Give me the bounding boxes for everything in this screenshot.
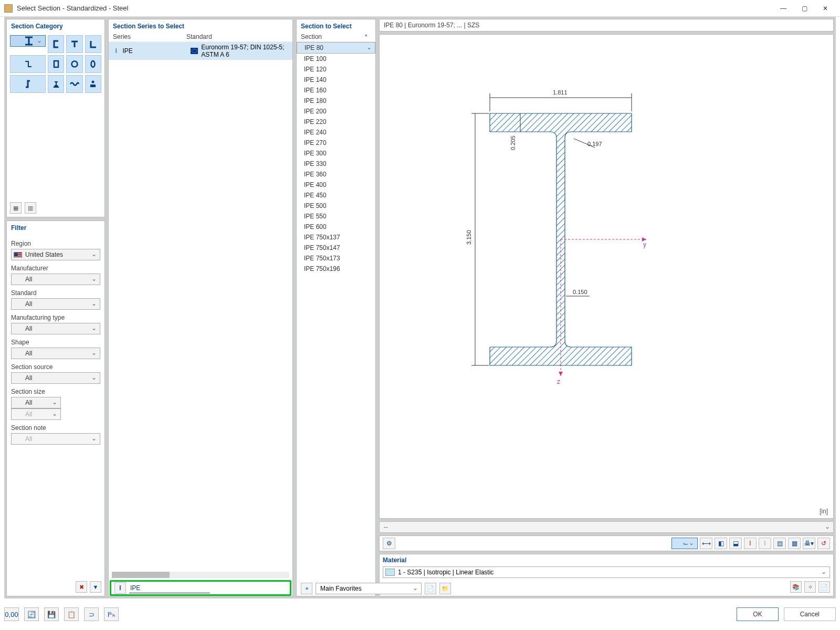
view-large-icons-button[interactable]: ▦: [10, 202, 22, 214]
section-item[interactable]: IPE 500: [297, 201, 375, 211]
settings-icon[interactable]: ⚙: [383, 538, 395, 549]
undo-button[interactable]: ⊃: [84, 607, 99, 621]
dim-tf: 0.205: [510, 135, 516, 150]
source-select[interactable]: All: [11, 372, 100, 384]
section-col[interactable]: Section: [297, 32, 375, 42]
print-button[interactable]: 🖶▾: [803, 538, 815, 549]
view-small-icons-button[interactable]: ▥: [25, 202, 36, 214]
material-select[interactable]: 1 - S235 | Isotropic | Linear Elastic: [383, 566, 830, 578]
section-item[interactable]: IPE 450: [297, 190, 375, 201]
eu-flag-icon: [191, 48, 198, 54]
series-search-bar: I: [110, 580, 291, 596]
series-scrollbar[interactable]: [112, 572, 289, 578]
material-edit-button[interactable]: 📄: [818, 581, 830, 593]
cat-i-section[interactable]: [10, 35, 46, 47]
section-item[interactable]: IPE 180: [297, 96, 375, 106]
cancel-button[interactable]: Cancel: [784, 607, 836, 621]
section-item[interactable]: IPE 120: [297, 64, 375, 75]
maximize-button[interactable]: ▢: [794, 1, 815, 16]
section-item[interactable]: IPE 140: [297, 75, 375, 85]
view-dims-button[interactable]: ⟷: [700, 538, 712, 549]
view-stress-button[interactable]: ◧: [715, 538, 727, 549]
standard-select[interactable]: All: [11, 298, 100, 310]
cat-corrugated[interactable]: [66, 75, 82, 93]
window-title: Select Section - Standardized - Steel: [17, 4, 773, 12]
cat-rail[interactable]: [48, 75, 64, 93]
mtype-select[interactable]: All: [11, 323, 100, 334]
view-principal-button[interactable]: ⬓: [729, 538, 742, 549]
category-panel: Section Category ▦ ▥: [6, 19, 105, 217]
material-library-button[interactable]: 📚: [790, 581, 802, 593]
series-row-ipe[interactable]: I IPE Euronorm 19-57; DIN 1025-5; ASTM A…: [109, 42, 292, 60]
us-flag-icon: [14, 252, 22, 258]
region-select[interactable]: United States: [11, 249, 100, 260]
reset-view-button[interactable]: ↺: [817, 538, 830, 549]
section-item[interactable]: IPE 300: [297, 148, 375, 159]
section-item[interactable]: IPE 160: [297, 85, 375, 96]
cat-z-section[interactable]: [10, 75, 46, 93]
cat-z-thin[interactable]: [10, 55, 46, 73]
search-type-icon[interactable]: I: [114, 582, 126, 594]
cat-composite[interactable]: [85, 75, 101, 93]
fav-add-button[interactable]: 📄: [425, 583, 436, 594]
section-item[interactable]: IPE 200: [297, 106, 375, 117]
units-button[interactable]: 0,00: [4, 607, 19, 621]
shape-label: Shape: [11, 339, 100, 346]
note-select[interactable]: All: [11, 433, 100, 445]
section-item[interactable]: IPE 400: [297, 180, 375, 190]
section-item[interactable]: IPE 220: [297, 117, 375, 127]
clear-filter-button[interactable]: ✖: [76, 581, 87, 593]
section-item[interactable]: IPE 750x196: [297, 264, 375, 274]
section-item[interactable]: IPE 600: [297, 222, 375, 232]
section-item[interactable]: IPE 750x173: [297, 253, 375, 264]
section-item[interactable]: IPE 750x147: [297, 243, 375, 253]
section-item[interactable]: IPE 240: [297, 127, 375, 138]
preview-info-select[interactable]: --: [379, 521, 834, 533]
view-section-gray[interactable]: I: [759, 538, 771, 549]
section-item[interactable]: IPE 80: [297, 42, 375, 54]
series-col2[interactable]: Standard: [186, 33, 288, 40]
region-label: Region: [11, 240, 100, 247]
svg-rect-0: [54, 61, 58, 67]
ok-button[interactable]: OK: [737, 607, 778, 621]
section-item[interactable]: IPE 330: [297, 159, 375, 169]
close-button[interactable]: ✕: [815, 1, 836, 16]
view-section-red[interactable]: I: [744, 538, 757, 549]
size-select-1[interactable]: All: [11, 397, 61, 408]
axis-y: y: [643, 241, 646, 248]
favorite-star-button[interactable]: ✦: [301, 583, 312, 594]
series-col1[interactable]: Series: [113, 33, 186, 40]
cat-tee[interactable]: [66, 35, 82, 53]
section-props-button[interactable]: Iᵇₕ: [104, 607, 119, 621]
section-item[interactable]: IPE 550: [297, 211, 375, 222]
section-item[interactable]: IPE 100: [297, 54, 375, 64]
view-values-button[interactable]: ▤: [773, 538, 786, 549]
svg-point-2: [91, 61, 95, 67]
save-button[interactable]: 💾: [44, 607, 59, 621]
view-axes-button[interactable]: ⌙: [671, 538, 698, 549]
cat-oval[interactable]: [85, 55, 101, 73]
size-select-2[interactable]: All: [11, 408, 61, 420]
material-new-button[interactable]: ✧: [804, 581, 816, 593]
manufacturer-select[interactable]: All: [11, 274, 100, 285]
refresh-button[interactable]: 🔄: [24, 607, 39, 621]
copy-button[interactable]: 📋: [64, 607, 79, 621]
section-item[interactable]: IPE 360: [297, 169, 375, 180]
view-table-button[interactable]: ▦: [788, 538, 801, 549]
i-section-icon: I: [113, 47, 119, 55]
section-item[interactable]: IPE 270: [297, 138, 375, 148]
cat-channel[interactable]: [48, 35, 64, 53]
favorites-select[interactable]: Main Favorites: [316, 583, 422, 594]
series-columns: Series Standard: [109, 32, 292, 42]
section-item[interactable]: IPE 750x137: [297, 232, 375, 243]
cat-hollow-circle[interactable]: [66, 55, 82, 73]
fav-manage-button[interactable]: 📁: [439, 583, 451, 594]
series-search-input[interactable]: [129, 583, 210, 593]
svg-point-1: [71, 61, 77, 67]
apply-filter-button[interactable]: ▼: [90, 581, 101, 593]
cat-hollow-rect[interactable]: [48, 55, 64, 73]
minimize-button[interactable]: —: [773, 1, 794, 16]
series-name: IPE: [122, 47, 191, 55]
cat-angle[interactable]: [85, 35, 101, 53]
shape-select[interactable]: All: [11, 348, 100, 359]
